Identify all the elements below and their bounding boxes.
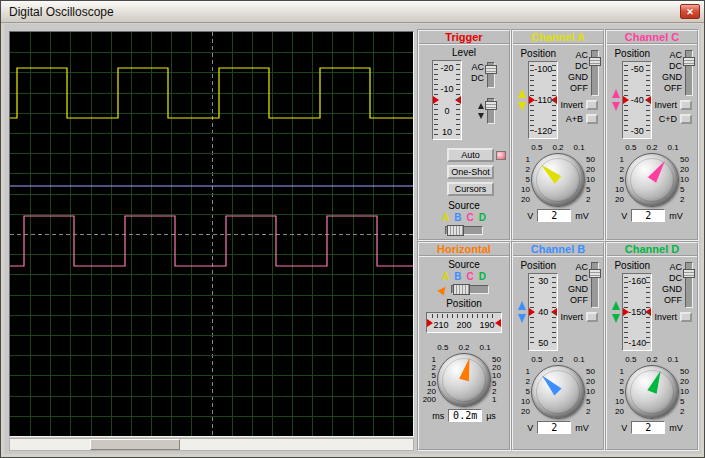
channel-b-panel: Channel B Position 304050 xyxy=(511,241,605,451)
channel-a-unit-left: V xyxy=(527,211,533,221)
trigger-edge-thumb[interactable] xyxy=(485,101,497,110)
channel-a-coupling-thumb[interactable] xyxy=(589,57,601,66)
horizontal-position-label: Position xyxy=(419,298,509,310)
channel-c-panel-title: Channel C xyxy=(607,31,697,45)
horizontal-position-values: 210200190 xyxy=(433,320,494,331)
channel-d-unit-left: V xyxy=(621,423,627,433)
channel-d-position-label: Position xyxy=(614,260,650,272)
level-label: Level xyxy=(419,47,509,59)
trigger-source-thumb[interactable] xyxy=(447,225,464,236)
channel-b-invert-label: Invert xyxy=(560,312,583,322)
channel-b-gain-knob[interactable] xyxy=(531,365,585,419)
channel-a-panel: Channel A Position -100-110-120 xyxy=(511,29,605,241)
channel-a-position-values: -100-110-120 xyxy=(534,64,552,136)
channel-b-position-values: 304050 xyxy=(534,276,552,348)
close-icon: ✕ xyxy=(686,7,694,17)
horizontal-panel: Horizontal Source ABCD Position 21020019… xyxy=(417,241,511,451)
channel-c-position-values: -50-40-30 xyxy=(628,64,646,136)
channel-a-sum-label: A+B xyxy=(566,114,583,124)
channel-b-coupling-thumb[interactable] xyxy=(589,269,601,278)
channel-a-coupling-labels: ACDCGNDOFF xyxy=(568,50,588,94)
edge-polarity-icons xyxy=(478,103,484,119)
channel-b-coupling-slider[interactable] xyxy=(591,262,599,308)
channel-d-position-arrow[interactable] xyxy=(612,301,621,323)
scope-display xyxy=(9,31,414,437)
channel-d-coupling-thumb[interactable] xyxy=(683,269,695,278)
timebase-unit-left: ms xyxy=(432,411,444,421)
auto-button[interactable]: Auto xyxy=(447,148,494,162)
one-shot-button[interactable]: One-Shot xyxy=(447,165,494,179)
position-marker-right-icon xyxy=(645,96,651,104)
cursors-button[interactable]: Cursors xyxy=(447,182,494,196)
channel-c-knob-pointer xyxy=(616,144,688,216)
channel-a-position-scale[interactable]: -100-110-120 xyxy=(528,61,558,139)
channel-c-invert-label: Invert xyxy=(654,100,677,110)
led-spacer xyxy=(496,185,506,194)
channel-b-unit-left: V xyxy=(527,423,533,433)
channel-d-knob-top-scale: 0.50.20.1 xyxy=(625,355,678,364)
timebase-knob[interactable] xyxy=(437,353,491,407)
channel-c-position-arrow[interactable] xyxy=(612,89,621,111)
horizontal-source-letters: ABCD xyxy=(419,271,509,283)
channel-d-coupling-slider[interactable] xyxy=(685,262,693,308)
trigger-coupling-thumb[interactable] xyxy=(485,65,497,74)
horizontal-position-scale[interactable]: 210200190 xyxy=(426,312,502,333)
channel-b-unit-right: mV xyxy=(575,423,589,433)
channel-c-panel: Channel C Position -50-40-30 xyxy=(605,29,699,241)
channel-c-sum-button[interactable] xyxy=(680,114,692,124)
led-spacer xyxy=(496,168,506,177)
channel-d-unit-right: mV xyxy=(669,423,683,433)
channel-d-coupling-labels: ACDCGNDOFF xyxy=(662,262,682,306)
horizontal-source-label: Source xyxy=(419,259,509,271)
channel-c-coupling-thumb[interactable] xyxy=(683,57,695,66)
channel-a-invert-label: Invert xyxy=(560,100,583,110)
channel-a-coupling-slider[interactable] xyxy=(591,50,599,96)
channel-a-gain-knob[interactable] xyxy=(531,153,585,207)
scope-scrollbar[interactable] xyxy=(9,438,414,451)
channel-c-position-scale[interactable]: -50-40-30 xyxy=(622,61,652,139)
falling-edge-icon xyxy=(478,113,484,119)
channel-a-unit-right: mV xyxy=(575,211,589,221)
level-marker-right-icon xyxy=(455,96,461,104)
channel-b-invert-button[interactable] xyxy=(586,312,598,322)
channel-a-invert-button[interactable] xyxy=(586,100,598,110)
trigger-edge-slider[interactable] xyxy=(487,98,495,124)
channel-a-sum-button[interactable] xyxy=(586,114,598,124)
trigger-level-values: -20-10010 xyxy=(438,63,456,137)
channel-a-position-arrow[interactable] xyxy=(518,89,527,111)
channel-d-invert-label: Invert xyxy=(654,312,677,322)
position-marker-right-icon xyxy=(645,308,651,316)
digital-oscilloscope-window: Digital Oscilloscope ✕ Trigger Level -20… xyxy=(0,0,705,458)
horizontal-source-slider[interactable] xyxy=(451,285,489,294)
position-marker-right-icon xyxy=(551,96,557,104)
channel-c-coupling-slider[interactable] xyxy=(685,50,693,96)
horizontal-source-thumb[interactable] xyxy=(453,284,470,295)
scrollbar-thumb[interactable] xyxy=(90,439,180,450)
timebase-unit-right: µs xyxy=(486,411,496,421)
channel-d-invert-button[interactable] xyxy=(680,312,692,322)
horizontal-source-marker-icon xyxy=(437,284,448,295)
timebase-value-display: 0.2m xyxy=(448,409,482,422)
channel-a-knob-pointer xyxy=(521,143,594,216)
trigger-coupling-slider[interactable] xyxy=(487,62,495,88)
channel-c-sum-label: C+D xyxy=(659,114,677,124)
channel-d-gain-knob[interactable] xyxy=(625,365,679,419)
channel-d-knob-pointer xyxy=(618,358,686,426)
trigger-level-scale[interactable]: -20-10010 xyxy=(432,60,462,140)
channel-c-invert-button[interactable] xyxy=(680,100,692,110)
position-marker-left-icon xyxy=(623,308,629,316)
channel-c-gain-knob[interactable] xyxy=(625,153,679,207)
close-button[interactable]: ✕ xyxy=(680,4,700,19)
channel-d-position-scale[interactable]: -160-150-140 xyxy=(622,273,652,351)
title-bar[interactable]: Digital Oscilloscope ✕ xyxy=(1,1,704,23)
channel-b-position-arrow[interactable] xyxy=(518,301,527,323)
window-title: Digital Oscilloscope xyxy=(9,5,114,19)
hposition-marker-left-icon xyxy=(427,319,433,327)
trigger-coupling-labels: ACDC xyxy=(471,62,484,84)
control-panels: Trigger Level -20-10010 ACDC xyxy=(417,29,699,451)
channel-c-coupling-labels: ACDCGNDOFF xyxy=(662,50,682,94)
trigger-source-slider[interactable] xyxy=(445,226,483,235)
channel-b-position-scale[interactable]: 304050 xyxy=(528,273,558,351)
hposition-marker-right-icon xyxy=(495,319,501,327)
channel-d-panel-title: Channel D xyxy=(607,243,697,257)
